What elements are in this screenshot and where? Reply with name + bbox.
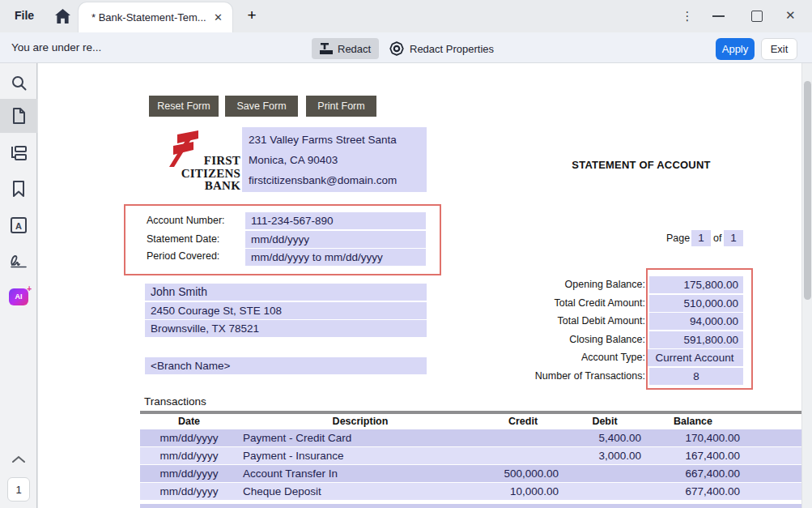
page-total-field[interactable]: 1 [724, 230, 743, 246]
window-close-icon[interactable]: ✕ [785, 8, 796, 23]
apply-button[interactable]: Apply [716, 38, 755, 60]
transaction-row-partial [140, 504, 801, 508]
cell-balance[interactable]: 170,400.00 [646, 429, 801, 446]
cell-balance[interactable]: 677,400.00 [646, 483, 801, 500]
header-debit: Debit [563, 415, 646, 429]
cell-credit[interactable] [483, 447, 563, 464]
cell-date[interactable]: mm/dd/yyyy [140, 447, 238, 464]
cell-description[interactable]: Account Transfer In [238, 465, 483, 482]
left-sidebar: A AI + 1 1 [0, 63, 37, 508]
tab-title: * Bank-Statement-Tem... [91, 11, 207, 23]
app-window: File * Bank-Statement-Tem... ✕ + ⋮ ✕ You… [0, 0, 812, 508]
print-form-button[interactable]: Print Form [306, 96, 376, 117]
overflow-menu-icon[interactable]: ⋮ [680, 7, 695, 25]
redaction-mark-summary-values[interactable] [646, 268, 753, 390]
maximize-icon[interactable] [751, 11, 763, 22]
redact-properties-button[interactable]: Redact Properties [389, 38, 494, 59]
cell-debit[interactable]: 3,000.00 [563, 447, 646, 464]
letter-a-box-icon: A [11, 217, 27, 233]
account-number-label: Account Number: [147, 215, 225, 226]
statement-date-field[interactable]: mm/dd/yyyy [245, 231, 426, 248]
cell-debit[interactable] [563, 483, 646, 500]
cell-credit[interactable]: 500,000.00 [483, 465, 563, 482]
cell-date[interactable]: mm/dd/yyyy [140, 483, 238, 500]
sidebar-pages-button[interactable] [0, 99, 37, 133]
account-number-field[interactable]: 111-234-567-890 [245, 212, 426, 229]
statement-title: STATEMENT OF ACCOUNT [524, 159, 759, 171]
save-form-button[interactable]: Save Form [225, 96, 298, 117]
cell-credit[interactable] [483, 429, 563, 446]
title-bar: File * Bank-Statement-Tem... ✕ + ⋮ ✕ [0, 0, 812, 32]
page-icon [12, 108, 26, 124]
document-tab[interactable]: * Bank-Statement-Tem... ✕ [79, 2, 232, 32]
cell-date[interactable]: mm/dd/yyyy [140, 465, 238, 482]
cell-description[interactable]: Payment - Credit Card [238, 429, 483, 446]
transaction-row[interactable]: mm/dd/yyyy Account Transfer In 500,000.0… [140, 465, 801, 482]
transaction-row[interactable]: mm/dd/yyyy Payment - Insurance 3,000.00 … [140, 447, 801, 464]
transaction-row[interactable]: mm/dd/yyyy Payment - Credit Card 5,400.0… [140, 429, 801, 446]
customer-name-field[interactable]: John Smith [145, 284, 427, 301]
bank-address-field[interactable]: 231 Valley Farms Street Santa Monica, CA… [242, 127, 427, 192]
signature-icon [10, 254, 28, 268]
cell-balance[interactable]: 167,400.00 [646, 447, 801, 464]
redact-button[interactable]: Redact [312, 38, 379, 59]
period-covered-field[interactable]: mm/dd/yyyy to mm/dd/yyyy [245, 249, 426, 266]
home-icon [55, 9, 70, 23]
statement-date-label: Statement Date: [147, 233, 219, 245]
cell-debit[interactable] [563, 465, 646, 482]
sidebar-form-fields-button[interactable]: A [0, 208, 37, 242]
exit-button[interactable]: Exit [761, 38, 797, 60]
bank-address-line1: 231 Valley Farms Street Santa [249, 130, 420, 150]
redact-properties-icon [389, 41, 404, 56]
new-tab-button[interactable]: + [241, 5, 262, 26]
cell-description[interactable]: Cheque Deposit [238, 483, 483, 500]
redaction-toolbar: You are under re... Redact Redact Proper… [0, 32, 812, 63]
ai-assistant-icon: AI + [9, 288, 28, 305]
cell-description[interactable]: Payment - Insurance [238, 447, 483, 464]
transaction-row[interactable]: mm/dd/yyyy Cheque Deposit 10,000.00 677,… [140, 483, 801, 500]
closing-balance-label: Closing Balance: [475, 334, 645, 345]
period-covered-label: Period Covered: [147, 250, 219, 262]
customer-address1-field[interactable]: 2450 Courage St, STE 108 [145, 302, 427, 319]
sidebar-signature-button[interactable] [0, 244, 37, 278]
tab-close-icon[interactable]: ✕ [214, 12, 223, 23]
document-page: Reset Form Save Form Print Form FIRST CI… [37, 63, 801, 508]
scrollbar-thumb[interactable] [804, 81, 811, 300]
opening-balance-label: Opening Balance: [475, 279, 645, 290]
previous-page-button[interactable] [11, 453, 27, 467]
home-button[interactable] [53, 7, 71, 25]
customer-address2-field[interactable]: Brownsville, TX 78521 [145, 320, 427, 337]
sidebar-outline-button[interactable] [0, 136, 37, 170]
cell-date[interactable]: mm/dd/yyyy [140, 429, 238, 446]
cell-debit[interactable]: 5,400.00 [563, 429, 646, 446]
page-current-field[interactable]: 1 [691, 230, 711, 246]
svg-text:A: A [15, 221, 22, 231]
header-balance: Balance [646, 415, 801, 429]
transactions-count-label: Number of Transactions: [475, 370, 645, 382]
sidebar-search-button[interactable] [0, 66, 37, 100]
redact-properties-label: Redact Properties [410, 43, 494, 55]
cell-credit[interactable]: 10,000.00 [483, 483, 563, 500]
file-menu[interactable]: File [15, 9, 34, 22]
page-of-label: of [713, 233, 721, 244]
redact-label: Redact [338, 43, 371, 55]
branch-name-field[interactable]: <Branch Name> [145, 357, 427, 374]
total-debit-label: Total Debit Amount: [475, 315, 645, 327]
minimize-icon[interactable] [712, 15, 725, 17]
bookmark-icon [12, 181, 25, 197]
ai-spark-icon: + [27, 284, 32, 293]
reset-form-button[interactable]: Reset Form [149, 96, 219, 117]
redaction-mode-notice: You are under re... [11, 41, 101, 53]
transactions-header-row: Date Description Credit Debit Balance [140, 415, 801, 429]
page-label: Page [666, 233, 690, 244]
header-description: Description [238, 415, 483, 429]
header-date: Date [140, 415, 238, 429]
current-page-input[interactable]: 1 [7, 477, 30, 502]
sidebar-bookmarks-button[interactable] [0, 172, 37, 206]
bank-logo-text: FIRST CITIZENS BANK [159, 155, 240, 193]
cell-balance[interactable]: 667,400.00 [646, 465, 801, 482]
bank-address-line2: Monica, CA 90403 [249, 150, 420, 170]
sidebar-ai-assistant-button[interactable]: AI + [0, 280, 37, 314]
search-icon [11, 75, 27, 91]
vertical-scrollbar[interactable] [801, 63, 812, 508]
